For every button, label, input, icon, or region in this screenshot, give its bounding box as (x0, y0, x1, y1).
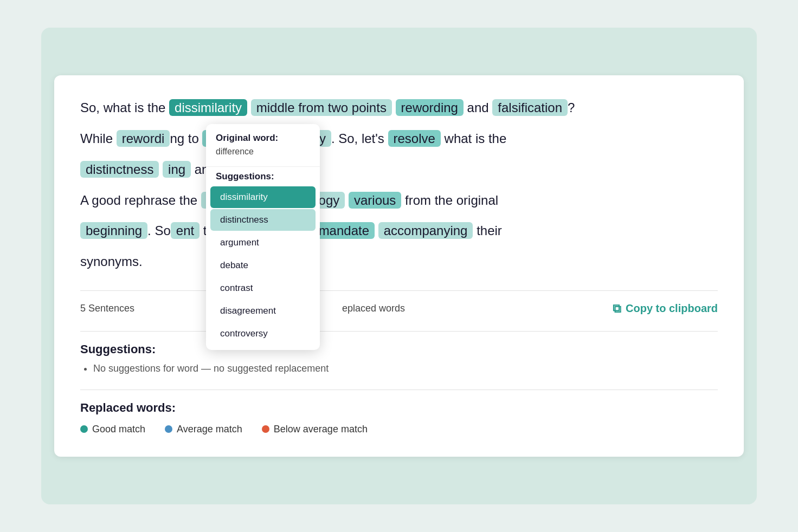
dropdown-item-dissimilarity[interactable]: dissimilarity (210, 186, 316, 208)
divider-2 (80, 331, 718, 332)
text-while: While (80, 131, 117, 146)
word-suggestion-dropdown[interactable]: Original word: difference Suggestions: d… (206, 124, 320, 350)
dropdown-item-debate[interactable]: debate (210, 255, 316, 276)
original-word-label: Original word: (206, 133, 320, 147)
replaced-words-count: eplaced words (342, 303, 405, 314)
outer-container: So, what is the dissimilarity middle fro… (41, 28, 757, 504)
word-rewording[interactable]: rewording (396, 99, 464, 116)
dot-good-match (80, 425, 88, 433)
text-so-what-is: So, what is (80, 100, 147, 115)
text-ng-to: ng to (170, 131, 202, 146)
text-so-lets: . So, let's (331, 131, 388, 146)
below-average-match-label: Below average match (274, 424, 368, 435)
text-what-is-the: what is the (441, 131, 506, 146)
word-falsification[interactable]: falsification (492, 99, 568, 116)
word-resolve[interactable]: resolve (388, 130, 441, 147)
good-match-label: Good match (92, 424, 145, 435)
word-ent[interactable]: ent (171, 222, 200, 239)
word-accompanying[interactable]: accompanying (378, 222, 473, 239)
copy-label: Copy to clipboard (626, 302, 718, 315)
main-card: So, what is the dissimilarity middle fro… (54, 75, 744, 457)
suggestion-item-1: No suggestions for word — no suggested r… (93, 363, 718, 374)
text-content: So, what is the dissimilarity middle fro… (80, 97, 718, 273)
divider-1 (80, 290, 718, 291)
average-match-label: Average match (177, 424, 242, 435)
clipboard-icon: ⧉ (613, 302, 621, 316)
text-se-the: se the (162, 193, 201, 207)
suggestions-title: Suggestions: (80, 342, 718, 356)
original-word-value: difference (206, 147, 320, 164)
suggestion-text-1b: ons for word — no suggested replacement (145, 363, 329, 374)
paragraph-2: While rewording to forge inadvertently. … (80, 128, 718, 150)
paragraph-5: beginning. Soent to only take over manda… (80, 220, 718, 242)
suggestions-section: Suggestions: No suggestions for word — n… (80, 342, 718, 374)
word-distinctness[interactable]: distinctness (80, 161, 159, 178)
text-their: their (473, 223, 501, 238)
legend-below-average-match: Below average match (262, 424, 368, 435)
word-rewordi[interactable]: rewordi (117, 130, 170, 147)
sentences-count: 5 Sentences (80, 303, 134, 314)
text-synonyms: synonyms. (80, 254, 143, 269)
text-question: ? (568, 100, 575, 115)
dropdown-item-controversy[interactable]: controversy (210, 323, 316, 345)
dropdown-item-contrast[interactable]: contrast (210, 277, 316, 299)
stats-row: 5 Sentences eplaced words ⧉ Copy to clip… (80, 302, 718, 316)
word-mandate[interactable]: mandate (313, 222, 375, 239)
word-dissimilarity[interactable]: dissimilarity (169, 99, 247, 116)
dot-below-average-match (262, 425, 269, 433)
dropdown-item-argument[interactable]: argument (210, 232, 316, 254)
paragraph-1: So, what is the dissimilarity middle fro… (80, 97, 718, 119)
text-a-good-rephra: A good rephra (80, 193, 162, 207)
paragraph-4: A good rephrase the form and terminology… (80, 190, 718, 212)
dot-average-match (165, 425, 172, 433)
replaced-words-title: Replaced words: (80, 401, 718, 415)
paragraph-6: synonyms. (80, 251, 718, 273)
replaced-words-section: Replaced words: Good match Average match… (80, 401, 718, 435)
word-beginning[interactable]: beginning (80, 222, 147, 239)
phrase-middle-from[interactable]: middle from two points (251, 99, 392, 116)
dropdown-item-disagreement[interactable]: disagreement (210, 300, 316, 322)
word-various[interactable]: various (349, 192, 401, 209)
dropdown-divider (206, 166, 320, 167)
text-from-original: from the original (401, 193, 498, 207)
text-and: and (467, 100, 493, 115)
legend-row: Good match Average match Below average m… (80, 424, 718, 435)
suggestions-dropdown-label: Suggestions: (206, 171, 320, 185)
text-the: the (147, 100, 169, 115)
dropdown-item-distinctness[interactable]: distinctness (210, 209, 316, 231)
legend-average-match: Average match (165, 424, 242, 435)
paragraph-3: distinctness ing and plagiarizing. (80, 159, 718, 181)
legend-good-match: Good match (80, 424, 145, 435)
divider-3 (80, 390, 718, 390)
copy-to-clipboard-button[interactable]: ⧉ Copy to clipboard (613, 302, 718, 316)
text-so: . So (147, 223, 171, 238)
suggestion-text-1: No suggesti (93, 363, 145, 374)
word-ing[interactable]: ing (163, 161, 191, 178)
